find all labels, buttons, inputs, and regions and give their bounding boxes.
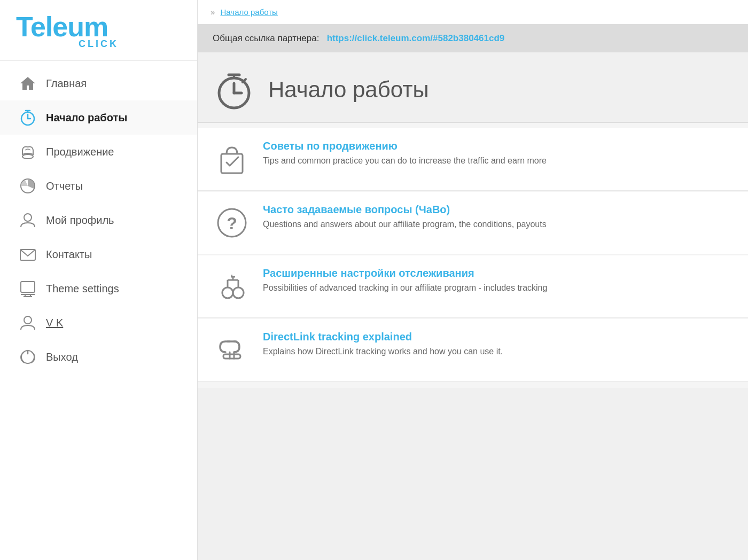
card-promo-tips-content: Советы по продвижению Tips and common pr… — [263, 140, 547, 167]
breadcrumb: » Начало работы — [198, 0, 748, 25]
card-faq: ? Часто задаваемые вопросы (ЧаВо) Questi… — [198, 192, 748, 254]
sidebar-item-contacts[interactable]: Контакты — [0, 237, 197, 271]
card-directlink: DirectLink tracking explained Explains h… — [198, 319, 748, 382]
sidebar-item-theme[interactable]: Theme settings — [0, 271, 197, 306]
sidebar-item-promo-label: Продвижение — [46, 146, 114, 158]
sidebar-item-promo[interactable]: Продвижение — [0, 135, 197, 169]
card-tracking-desc: Possibilities of advanced tracking in ou… — [263, 282, 547, 294]
logo-area: Teleum CLICK — [0, 0, 197, 61]
svg-text:?: ? — [227, 214, 237, 233]
timer-icon — [18, 108, 37, 127]
sidebar-item-vk-label: V K — [46, 317, 63, 329]
card-promo-tips: Советы по продвижению Tips and common pr… — [198, 128, 748, 191]
sidebar-item-reports-label: Отчеты — [46, 180, 83, 192]
card-tracking: Расширенные настройки отслеживания Possi… — [198, 255, 748, 318]
question-icon: ? — [213, 204, 251, 242]
profile-icon — [18, 211, 37, 230]
logo-main: Teleum — [16, 13, 181, 41]
sidebar: Teleum CLICK Главная — [0, 0, 198, 560]
svg-point-16 — [24, 316, 32, 324]
sidebar-item-reports[interactable]: Отчеты — [0, 169, 197, 203]
sidebar-item-home-label: Главная — [46, 77, 87, 90]
home-icon — [18, 74, 37, 93]
sidebar-item-home[interactable]: Главная — [0, 66, 197, 100]
theme-icon — [18, 279, 37, 298]
card-tracking-content: Расширенные настройки отслеживания Possi… — [263, 267, 547, 294]
main-content: » Начало работы Общая ссылка партнера: h… — [198, 0, 748, 560]
sidebar-item-contacts-label: Контакты — [46, 248, 92, 261]
breadcrumb-separator: » — [211, 7, 215, 17]
page-header-icon — [213, 68, 255, 111]
card-directlink-title[interactable]: DirectLink tracking explained — [263, 331, 503, 343]
card-promo-tips-title[interactable]: Советы по продвижению — [263, 140, 547, 152]
cards-area: Советы по продвижению Tips and common pr… — [198, 123, 748, 388]
sidebar-item-start-label: Начало работы — [46, 112, 127, 124]
card-directlink-desc: Explains how DirectLink tracking works a… — [263, 345, 503, 358]
svg-point-9 — [24, 214, 32, 221]
sidebar-item-logout[interactable]: Выход — [0, 340, 197, 374]
page-header: Начало работы — [198, 52, 748, 123]
logout-icon — [18, 347, 37, 367]
svg-point-5 — [22, 154, 33, 159]
svg-rect-11 — [21, 282, 35, 292]
sidebar-item-vk[interactable]: V K — [0, 306, 197, 340]
partner-link[interactable]: https://click.teleum.com/#582b380461cd9 — [327, 33, 505, 43]
sidebar-item-logout-label: Выход — [46, 351, 78, 363]
promo-icon — [18, 142, 37, 161]
breadcrumb-link[interactable]: Начало работы — [221, 7, 278, 17]
card-directlink-content: DirectLink tracking explained Explains h… — [263, 331, 503, 358]
nav-menu: Главная Начало работы — [0, 61, 197, 560]
partner-link-bar: Общая ссылка партнера: https://click.tel… — [198, 25, 748, 52]
card-faq-content: Часто задаваемые вопросы (ЧаВо) Question… — [263, 204, 547, 231]
vk-icon — [18, 313, 37, 332]
svg-point-29 — [233, 287, 244, 298]
card-faq-title[interactable]: Часто задаваемые вопросы (ЧаВо) — [263, 204, 547, 216]
directlink-icon — [213, 331, 251, 369]
card-faq-desc: Questions and answers about our affiliat… — [263, 218, 547, 231]
page-title: Начало работы — [268, 77, 429, 103]
partner-link-prefix: Общая ссылка партнера: — [213, 33, 319, 43]
reports-icon — [18, 176, 37, 196]
card-tracking-title[interactable]: Расширенные настройки отслеживания — [263, 267, 547, 279]
sidebar-item-theme-label: Theme settings — [46, 283, 119, 295]
shopping-bag-icon — [213, 140, 251, 178]
card-promo-tips-desc: Tips and common practice you can do to i… — [263, 154, 547, 167]
svg-point-28 — [222, 287, 233, 298]
sidebar-item-profile-label: Мой профиль — [46, 214, 114, 227]
contacts-icon — [18, 245, 37, 264]
tracking-icon — [213, 267, 251, 306]
sidebar-item-start[interactable]: Начало работы — [0, 100, 197, 135]
sidebar-item-profile[interactable]: Мой профиль — [0, 203, 197, 237]
